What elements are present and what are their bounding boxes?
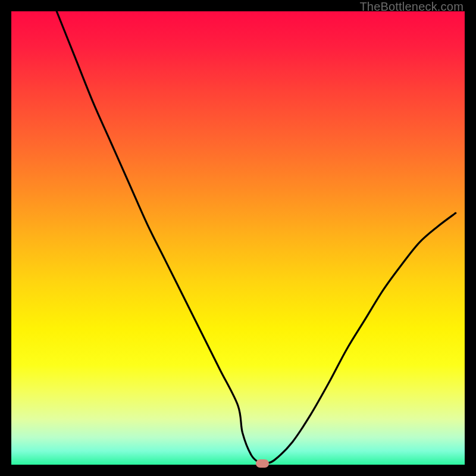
chart-container: TheBottleneck.com [0,0,476,476]
credit-text: TheBottleneck.com [359,0,464,14]
plot-area [11,11,465,465]
bottleneck-curve [11,11,465,465]
optimal-point-marker [256,459,269,468]
